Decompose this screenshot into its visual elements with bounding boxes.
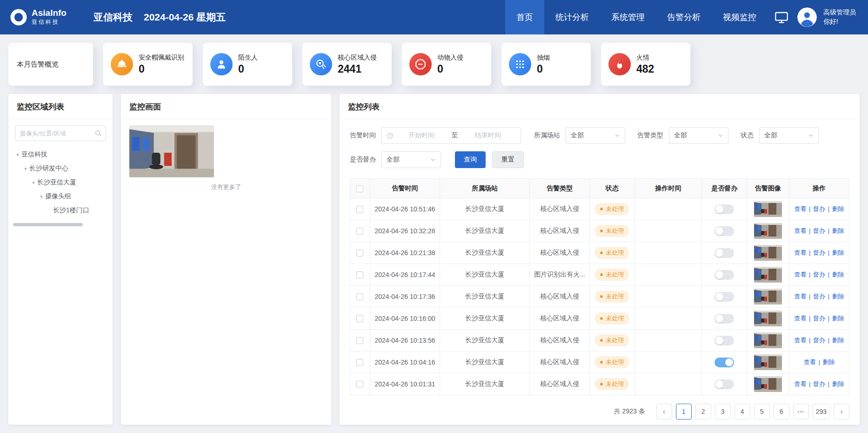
pagination-ellipsis[interactable]: ••• [793, 404, 809, 419]
nav-item-home[interactable]: 首页 [505, 0, 544, 34]
row-action-view[interactable]: 查看 [794, 227, 806, 234]
row-action-view[interactable]: 查看 [794, 293, 806, 300]
tree-expand-icon[interactable]: ▾ [38, 194, 45, 200]
page-button-4[interactable]: 4 [734, 404, 750, 419]
row-action-supervise[interactable]: 督办 [813, 293, 825, 300]
end-time-placeholder[interactable]: 结束时间 [460, 131, 516, 140]
stat-card[interactable]: 核心区域入侵 2441 [302, 43, 392, 86]
query-button[interactable]: 查询 [455, 151, 486, 168]
row-action-view[interactable]: 查看 [794, 205, 806, 212]
reset-button[interactable]: 重置 [492, 151, 524, 168]
row-action-delete[interactable]: 删除 [832, 271, 844, 278]
tree-node[interactable]: ▾ 亚信科技 [12, 148, 111, 162]
row-action-supervise[interactable]: 督办 [813, 380, 825, 387]
row-action-delete[interactable]: 删除 [832, 227, 844, 234]
row-action-delete[interactable]: 删除 [832, 293, 844, 300]
supervise-toggle[interactable] [714, 358, 734, 367]
tree-expand-icon[interactable]: ▾ [14, 152, 21, 158]
alarm-image-thumbnail[interactable] [754, 267, 782, 283]
camera-preview-image[interactable] [129, 125, 214, 177]
tree-node[interactable]: 长沙1楼门口 [12, 203, 111, 217]
tree-node[interactable]: ▾ 长沙亚信大厦 [12, 176, 111, 189]
nav-item-video-monitor[interactable]: 视频监控 [712, 0, 768, 34]
supervise-toggle[interactable] [714, 248, 734, 258]
nav-item-system[interactable]: 系统管理 [600, 0, 656, 34]
nav-item-alarm-analysis[interactable]: 告警分析 [656, 0, 712, 34]
row-checkbox[interactable] [356, 271, 363, 278]
alarm-image-thumbnail[interactable] [754, 201, 782, 217]
row-action-supervise[interactable]: 督办 [813, 205, 825, 212]
page-button-5[interactable]: 5 [754, 404, 770, 419]
row-checkbox[interactable] [356, 250, 363, 257]
select-all-checkbox[interactable] [356, 185, 363, 192]
alarm-image-thumbnail[interactable] [754, 376, 782, 392]
row-action-supervise[interactable]: 督办 [813, 337, 825, 344]
row-action-view[interactable]: 查看 [794, 337, 806, 344]
nav-item-statistics[interactable]: 统计分析 [544, 0, 600, 34]
stat-card[interactable]: 抽烟 0 [501, 43, 591, 86]
tree-expand-icon[interactable]: ▾ [30, 180, 37, 186]
row-action-view[interactable]: 查看 [794, 380, 806, 387]
stat-card[interactable]: 动物入侵 0 [402, 43, 491, 86]
supervise-toggle[interactable] [714, 314, 734, 324]
row-action-delete[interactable]: 删除 [832, 315, 844, 322]
row-action-view[interactable]: 查看 [794, 315, 806, 322]
row-checkbox[interactable] [356, 337, 363, 344]
row-action-view[interactable]: 查看 [794, 249, 806, 256]
stat-card[interactable]: 安全帽佩戴识别 0 [103, 43, 193, 86]
row-action-view[interactable]: 查看 [794, 271, 806, 278]
search-input[interactable] [15, 125, 106, 141]
tree-node[interactable]: ▾ 长沙研发中心 [12, 162, 111, 176]
supervise-select[interactable]: 全部 [381, 151, 441, 168]
row-action-delete[interactable]: 删除 [822, 359, 835, 365]
screen-monitor-icon[interactable] [774, 10, 791, 25]
station-select[interactable]: 全部 [566, 127, 625, 144]
alarm-image-thumbnail[interactable] [754, 311, 782, 326]
row-checkbox[interactable] [356, 206, 363, 213]
row-checkbox[interactable] [356, 381, 363, 388]
stat-card[interactable]: 陌生人 0 [203, 43, 292, 86]
row-action-supervise[interactable]: 督办 [813, 249, 825, 256]
next-page-button[interactable]: › [834, 404, 849, 419]
row-action-delete[interactable]: 删除 [832, 205, 844, 212]
date-range-picker[interactable]: 开始时间 至 结束时间 [381, 127, 521, 144]
search-icon[interactable] [94, 129, 102, 137]
alarm-image-thumbnail[interactable] [754, 245, 782, 261]
row-action-supervise[interactable]: 督办 [813, 271, 825, 278]
supervise-toggle[interactable] [714, 292, 734, 302]
supervise-toggle[interactable] [714, 336, 734, 345]
page-button-3[interactable]: 3 [715, 404, 731, 419]
row-checkbox[interactable] [356, 359, 363, 366]
row-action-delete[interactable]: 删除 [832, 337, 844, 344]
horizontal-scrollbar[interactable] [13, 223, 83, 226]
tree-node[interactable]: ▾ 摄像头组 [12, 189, 111, 203]
page-button-1[interactable]: 1 [676, 404, 692, 419]
row-action-supervise[interactable]: 督办 [813, 227, 825, 234]
alarm-image-thumbnail[interactable] [754, 354, 782, 370]
tree-expand-icon[interactable]: ▾ [22, 166, 29, 172]
page-button-2[interactable]: 2 [695, 404, 711, 419]
user-info[interactable]: 高级管理员 你好! [823, 8, 856, 26]
page-button-293[interactable]: 293 [813, 404, 830, 419]
page-button-6[interactable]: 6 [774, 404, 789, 419]
start-time-placeholder[interactable]: 开始时间 [394, 131, 450, 140]
row-checkbox[interactable] [356, 228, 363, 235]
status-select[interactable]: 全部 [759, 127, 819, 144]
stat-card[interactable]: 火情 482 [601, 43, 690, 86]
supervise-toggle[interactable] [714, 379, 734, 389]
alarm-image-thumbnail[interactable] [754, 289, 782, 304]
alarm-image-thumbnail[interactable] [754, 223, 782, 239]
alarm-image-thumbnail[interactable] [754, 332, 782, 348]
supervise-toggle[interactable] [714, 204, 734, 214]
row-action-supervise[interactable]: 督办 [813, 315, 825, 322]
row-checkbox[interactable] [356, 315, 363, 322]
row-action-delete[interactable]: 删除 [832, 249, 844, 256]
row-checkbox[interactable] [356, 293, 363, 300]
row-action-delete[interactable]: 删除 [832, 380, 844, 387]
supervise-toggle[interactable] [714, 226, 734, 236]
row-action-view[interactable]: 查看 [804, 359, 816, 365]
supervise-toggle[interactable] [714, 270, 734, 280]
alarm-type-select[interactable]: 全部 [669, 127, 728, 144]
prev-page-button[interactable]: ‹ [656, 404, 672, 419]
avatar[interactable] [797, 7, 817, 27]
